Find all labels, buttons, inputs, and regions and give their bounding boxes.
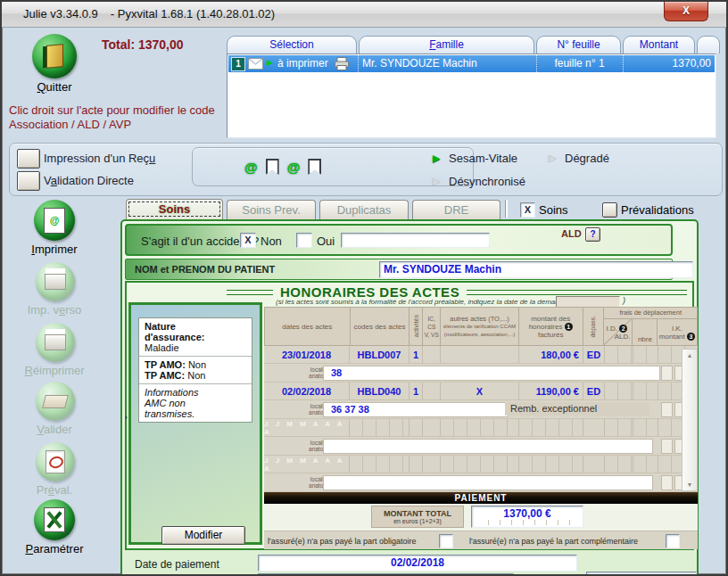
header-codes: codes des actes [351, 308, 410, 345]
date-format-hint: J J M M A A A A [264, 419, 350, 436]
flag-icon[interactable] [308, 159, 321, 175]
accident-non-checkbox[interactable]: X [240, 233, 256, 248]
act-row-empty[interactable]: J J M M A A A A [264, 456, 698, 473]
direct-validation-label: Validation Directe [44, 174, 134, 187]
header-id-ald: I.D. 2ALD. [604, 319, 633, 345]
total-row: MONTANT TOTAL en euros (1+2+3) 1370,00 € [264, 504, 698, 531]
prevalidations-checkbox-label: Prévalidations [621, 203, 694, 217]
configure-button[interactable] [34, 499, 75, 540]
prevalidations-checkbox[interactable] [602, 202, 617, 218]
sesam-vitale-label: Sesam-Vitale [449, 152, 517, 165]
configure-label[interactable]: Paramétrer [12, 542, 97, 555]
divider [139, 383, 252, 384]
accident-panel: S'agit il d'un accident ? X Non Oui ALD … [125, 224, 673, 256]
act-row-empty[interactable]: J J M M A A A A [264, 419, 698, 437]
act-depass [583, 456, 605, 473]
scroll-up-icon[interactable]: ▲ [682, 352, 697, 358]
tab-dre[interactable]: DRE [412, 200, 500, 219]
printer-icon [335, 57, 349, 70]
row-feuille: feuille n° 1 [536, 57, 623, 70]
amc-info-text: Informations AMC non transmises. [145, 387, 221, 419]
tab-soins-prev[interactable]: Soins Prev. [227, 200, 316, 219]
validate-label: Valider [12, 423, 97, 436]
acts-table-header: dates des actes codes des actes activité… [264, 307, 698, 346]
act-date: 23/01/2018 [264, 346, 350, 363]
scroll-down-icon[interactable]: ▼ [682, 481, 697, 488]
act-nbre [633, 346, 658, 363]
at-icon[interactable]: @ [244, 160, 258, 175]
header-frais-group: frais de déplacement I.D. 2ALD. nbre I.K… [604, 308, 697, 345]
act-activity: 1 [410, 383, 423, 399]
column-header-montant[interactable]: Montant [623, 36, 695, 53]
modify-button[interactable]: Modifier [161, 526, 245, 545]
sesam-vitale-arrow-icon: ▶ [433, 152, 440, 164]
row-divider [358, 55, 359, 72]
invoice-list[interactable]: 1 ▶ à imprimer Mr. SYNDOUZE Machin feuil… [227, 53, 716, 138]
title-rule-right [467, 290, 687, 295]
options-group: Impression d'un Reçu Validation Directe … [9, 143, 723, 196]
unpaid-mandatory-checkbox[interactable] [439, 534, 453, 548]
insurance-info-box: Nature d'assurance: Maladie TP AMO: Non … [138, 317, 252, 423]
act-activity [410, 456, 423, 473]
act-activity: 1 [410, 346, 423, 363]
act-subrow-localisation[interactable]: localisationanatomique [264, 437, 698, 456]
tab-soins[interactable]: Soins [126, 199, 223, 219]
tab-divider [505, 200, 508, 218]
act-subrow-localisation[interactable]: localisationanatomique [264, 473, 698, 492]
invoice-row-selected[interactable]: 1 ▶ à imprimer Mr. SYNDOUZE Machin feuil… [228, 55, 715, 72]
at-icon[interactable]: @ [287, 160, 301, 175]
panel-expander-icon[interactable]: › [125, 413, 128, 422]
soins-checkbox[interactable]: X [520, 202, 535, 218]
localisation-input[interactable]: 38 [323, 366, 660, 381]
header-activites: activités [410, 308, 423, 345]
column-header-feuille[interactable]: N° feuille [536, 36, 621, 53]
ald-help-button[interactable]: ? [585, 227, 600, 242]
title-bar[interactable]: Julie v3.34.0.9- Pyxvital 1.68.1 (1.40.2… [2, 2, 726, 28]
print-label[interactable]: Imprimer [12, 243, 97, 256]
envelope-icon [248, 58, 263, 70]
act-montant: 180,00 € [519, 346, 583, 363]
act-nbre [633, 456, 658, 473]
tools-icon [44, 507, 65, 532]
act-subrow-localisation[interactable]: localisationanatomique 36 37 38 Remb. ex… [264, 400, 698, 419]
header-ik: I.K.montant 3 [658, 319, 696, 345]
header-ic-cs: IC, CSV, VS [423, 308, 441, 345]
quit-button[interactable] [32, 34, 77, 78]
unpaid-mandatory-label: l'assuré(e) n'a pas payé la part obligat… [268, 537, 417, 546]
column-header-partial[interactable] [697, 36, 720, 53]
act-ic [423, 383, 441, 399]
row-number-badge: 1 [231, 57, 245, 71]
amount-ticks [477, 520, 577, 525]
validate-button [36, 382, 75, 421]
close-button[interactable]: X [664, 2, 708, 21]
localisation-input[interactable] [323, 475, 653, 490]
desynchronise-label: Désynchronisé [449, 175, 525, 188]
table-scrollbar[interactable]: ▲ ▼ [682, 349, 698, 491]
localisation-input[interactable] [323, 439, 653, 454]
act-code [350, 456, 410, 473]
act-row[interactable]: 02/02/2018 HBLD040 1 X 1190,00 € ED [264, 383, 698, 400]
act-subrow-localisation[interactable]: localisationanatomique 38 [264, 364, 698, 383]
document-icon: @ [44, 208, 65, 234]
unpaid-complementary-checkbox[interactable] [666, 534, 680, 548]
quit-label[interactable]: Quitter [12, 80, 97, 94]
paiement-bar: PAIEMENT [264, 492, 698, 504]
tab-duplicatas[interactable]: Duplicatas [319, 200, 409, 219]
patient-name-input[interactable]: Mr. SYNDOUZE Machin [379, 261, 693, 278]
row-montant: 1370,00 [673, 57, 711, 70]
box-icon [42, 395, 69, 408]
print-button[interactable]: @ [34, 200, 75, 241]
accident-date-input[interactable] [341, 233, 490, 248]
act-row[interactable]: 23/01/2018 HBLD007 1 180,00 € ED [264, 346, 698, 364]
accident-oui-checkbox[interactable] [296, 233, 312, 248]
act-autres [441, 456, 519, 473]
signature-right-input[interactable] [586, 572, 697, 576]
flag-icon[interactable] [266, 159, 279, 175]
column-header-selection[interactable]: Sélection [227, 36, 357, 53]
direct-validation-toggle-button[interactable] [17, 171, 40, 191]
payment-date-input[interactable]: 02/02/2018 [258, 555, 577, 572]
act-ic [423, 456, 441, 473]
receipt-toggle-button[interactable] [17, 149, 40, 169]
column-header-famille[interactable]: Famille [359, 36, 534, 53]
localisation-input[interactable]: 36 37 38 [323, 402, 509, 417]
